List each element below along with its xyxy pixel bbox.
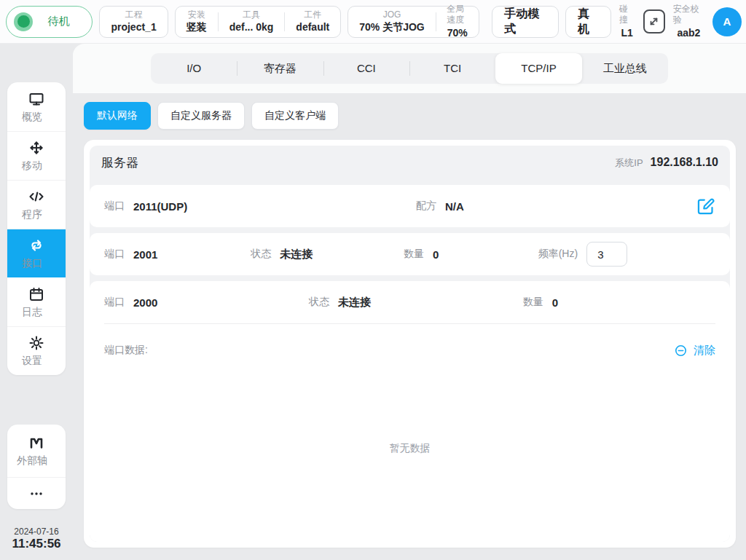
port-label: 端口 (104, 200, 125, 213)
project-pill[interactable]: 工程 project_1 (99, 6, 168, 38)
sidebar-item-overview[interactable]: 概览 (7, 82, 66, 131)
sidebar-item-move[interactable]: 移动 (7, 131, 66, 180)
server-panel-header: 服务器 系统IP 192.168.1.10 (90, 146, 730, 179)
clear-button[interactable]: 清除 (674, 344, 715, 358)
sidebar-item-label: 接口 (22, 257, 42, 270)
count-label: 数量 (404, 248, 424, 261)
global-speed-value: 70% (447, 26, 468, 39)
expand-arrows-icon (647, 15, 661, 28)
port-data-row: 端口数据: 清除 (90, 324, 730, 376)
port-2001-row: 端口 2001 状态 未连接 数量 0 频率(Hz) (90, 233, 730, 275)
sidebar-item-label: 外部轴 (17, 454, 47, 468)
sidebar-item-settings[interactable]: 设置 (7, 326, 66, 375)
date-label: 2024-07-16 (12, 527, 60, 537)
collision-value: L1 (621, 26, 633, 39)
sidebar-item-more[interactable] (7, 477, 66, 509)
port-2001-status: 未连接 (280, 248, 313, 261)
sidebar-item-label: 日志 (22, 306, 42, 319)
manual-mode-button[interactable]: 手动模式 (492, 6, 559, 38)
status-label: 状态 (309, 296, 329, 309)
udp-port-row: 端口 2011(UDP) 配方 N/A (90, 185, 730, 227)
time-label: 11:45:56 (12, 537, 60, 551)
sidebar-item-log[interactable]: 日志 (7, 277, 66, 326)
status-label: 状态 (251, 248, 271, 261)
sidebar-item-label: 移动 (22, 159, 42, 173)
minus-circle-icon (674, 344, 688, 358)
tool-value: def... 0kg (229, 20, 274, 33)
tab-strip: I/O 寄存器 CCI TCI TCP/IP 工业总线 (73, 44, 746, 93)
sidebar-nav: 概览 移动 程序 (7, 82, 66, 375)
empty-data-placeholder: 暂无数据 (90, 376, 730, 542)
port-label: 端口 (104, 296, 125, 309)
tool-label: 工具 (243, 9, 260, 21)
clock: 2024-07-16 11:45:56 (12, 527, 60, 551)
count-label: 数量 (523, 296, 543, 309)
server-panel-title: 服务器 (101, 154, 138, 171)
collision-label: 碰撞 (619, 4, 635, 26)
sidebar: 概览 移动 程序 (0, 44, 73, 560)
recipe-label: 配方 (416, 200, 436, 213)
jog-value: 70% 关节JOG (359, 20, 424, 33)
system-ip-value: 192.168.1.10 (651, 156, 718, 169)
port-label: 端口 (104, 248, 125, 261)
tab-register[interactable]: 寄存器 (237, 53, 323, 84)
sidebar-item-label: 概览 (22, 111, 42, 124)
status-dot-icon (14, 12, 33, 31)
top-status-bar: 待机 工程 project_1 安装 竖装 工具 def... 0kg 工件 d… (0, 0, 746, 44)
real-machine-button[interactable]: 真机 (565, 6, 611, 38)
safety-label: 安全校验 (673, 4, 704, 26)
sidebar-extra: 外部轴 (7, 425, 66, 509)
frequency-label: 频率(Hz) (538, 248, 578, 261)
port-2001-value: 2001 (133, 248, 157, 261)
sidebar-item-interface[interactable]: 接口 (7, 229, 66, 277)
safety-check: 安全校验 aab2 (672, 4, 706, 39)
edit-recipe-button[interactable] (696, 197, 715, 216)
sidebar-item-label: 程序 (22, 208, 42, 221)
subtab-custom-client[interactable]: 自定义客户端 (251, 102, 339, 130)
mount-value: 竖装 (186, 20, 207, 33)
tab-tcpip[interactable]: TCP/IP (495, 53, 581, 84)
project-value: project_1 (111, 20, 156, 33)
port-2000-count: 0 (552, 296, 558, 309)
port-2000-status: 未连接 (338, 296, 371, 309)
jog-speed-pill[interactable]: JOG 70% 关节JOG 全局速度 70% (348, 6, 479, 38)
tab-cci[interactable]: CCI (323, 53, 409, 84)
global-speed-label: 全局速度 (447, 4, 468, 26)
user-avatar[interactable]: A (712, 7, 742, 36)
interface-tabbar: I/O 寄存器 CCI TCI TCP/IP 工业总线 (151, 53, 668, 84)
port-2000-value: 2000 (133, 296, 157, 309)
fullscreen-button[interactable] (643, 9, 665, 33)
tab-io[interactable]: I/O (151, 53, 237, 84)
clear-button-label: 清除 (694, 344, 715, 358)
system-ip-label: 系统IP (615, 157, 643, 170)
safety-value: aab2 (677, 26, 700, 39)
recipe-value: N/A (445, 200, 464, 213)
sidebar-item-program[interactable]: 程序 (7, 180, 66, 229)
monitor-icon (28, 90, 45, 108)
external-axis-icon (28, 434, 45, 451)
subtab-default-network[interactable]: 默认网络 (84, 102, 151, 130)
server-card: 服务器 系统IP 192.168.1.10 端口 2011(UDP) 配方 N/… (84, 140, 736, 548)
port-2000-row: 端口 2000 状态 未连接 数量 0 (90, 281, 730, 323)
frequency-input[interactable] (586, 242, 627, 267)
udp-port-value: 2011(UDP) (133, 200, 187, 213)
collision-level: 碰撞 L1 (618, 4, 637, 39)
mount-label: 安装 (188, 9, 205, 21)
robot-status-pill[interactable]: 待机 (6, 6, 93, 38)
code-icon (28, 188, 45, 205)
sidebar-item-external-axis[interactable]: 外部轴 (7, 425, 66, 477)
setup-pill[interactable]: 安装 竖装 工具 def... 0kg 工件 default (175, 6, 342, 38)
content-area: I/O 寄存器 CCI TCI TCP/IP 工业总线 默认网络 自定义服务器 … (73, 44, 746, 560)
edit-icon (696, 197, 715, 216)
tab-tci[interactable]: TCI (409, 53, 495, 84)
tab-fieldbus[interactable]: 工业总线 (582, 53, 668, 84)
workpiece-value: default (296, 20, 329, 33)
subtab-custom-server[interactable]: 自定义服务器 (157, 102, 245, 130)
swap-icon (28, 237, 45, 254)
port-data-label: 端口数据: (104, 344, 148, 357)
subtab-row: 默认网络 自定义服务器 自定义客户端 (84, 102, 746, 130)
gear-icon (28, 334, 45, 352)
port-2001-count: 0 (433, 248, 439, 261)
port-2000-section: 端口 2000 状态 未连接 数量 0 (90, 281, 730, 542)
calendar-icon (28, 285, 45, 303)
